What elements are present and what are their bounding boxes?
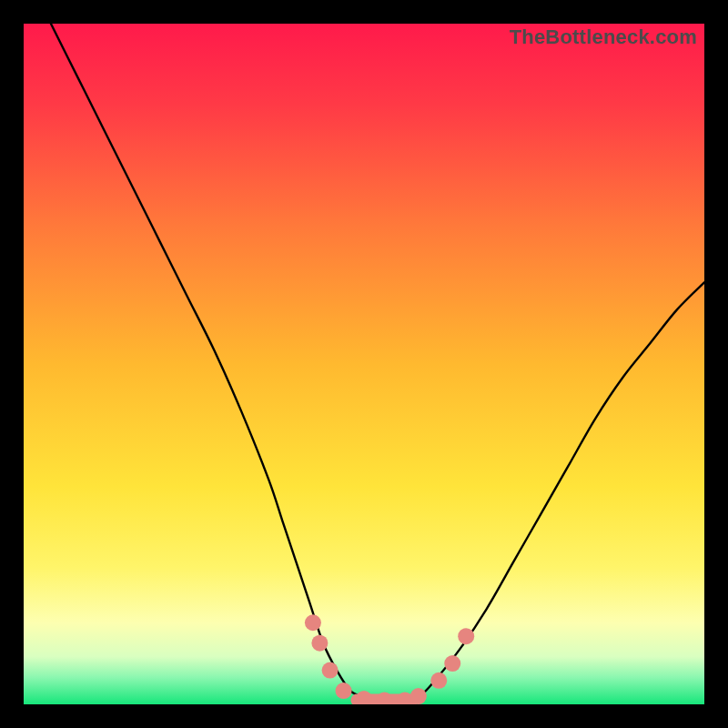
curve-marker	[410, 688, 427, 704]
curve-marker	[336, 682, 352, 699]
curve-path	[51, 24, 704, 704]
curve-marker	[444, 655, 460, 672]
curve-marker	[356, 691, 372, 704]
watermark-text: TheBottleneck.com	[510, 25, 697, 49]
curve-marker	[311, 635, 328, 652]
bottleneck-curve	[24, 24, 704, 704]
curve-marker	[322, 662, 339, 679]
chart-frame: TheBottleneck.com	[0, 0, 728, 728]
curve-marker	[305, 614, 321, 631]
curve-marker	[458, 628, 474, 644]
plot-area: TheBottleneck.com	[24, 24, 704, 704]
curve-marker	[430, 672, 447, 689]
